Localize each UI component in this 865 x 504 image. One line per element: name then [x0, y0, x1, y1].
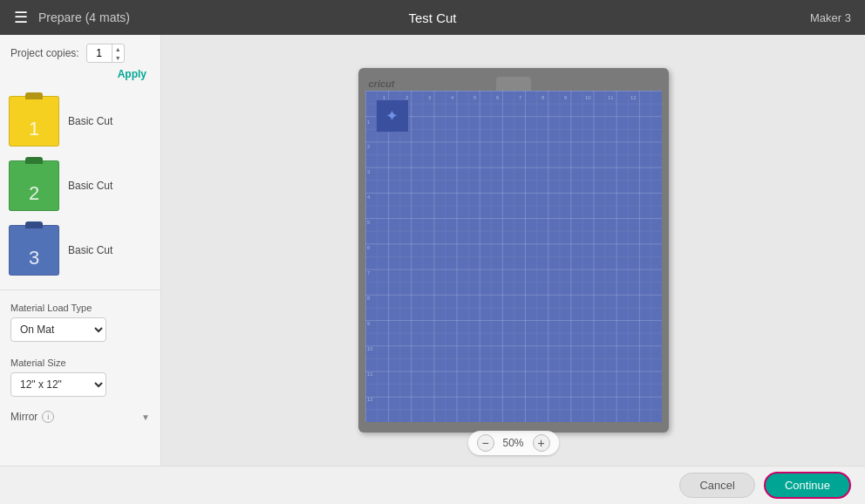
cricut-logo: cricut — [369, 78, 395, 89]
mirror-row: Mirror i ▼ — [0, 404, 160, 430]
material-size-label: Material Size — [10, 358, 150, 368]
header-device-label: Maker 3 — [810, 11, 851, 24]
header-center-title: Test Cut — [408, 10, 456, 25]
mat-label-1: Basic Cut — [68, 115, 112, 127]
design-icon: ✦ — [385, 106, 398, 126]
copies-decrement[interactable]: ▼ — [112, 53, 124, 62]
svg-text:10: 10 — [585, 95, 591, 100]
design-element[interactable]: ✦ — [376, 99, 409, 133]
mat-thumbnail-2: 2 — [9, 160, 59, 211]
cancel-button[interactable]: Cancel — [679, 473, 754, 498]
mat-thumb-tab-3 — [25, 221, 43, 228]
grid-svg: 1 2 3 4 5 6 7 8 9 10 11 12 1 2 — [365, 91, 662, 422]
material-load-select[interactable]: On Mat Without Mat — [10, 317, 106, 342]
material-size-section: Material Size 12" x 12" 12" x 24" — [0, 349, 160, 404]
zoom-controls: − 50% + — [468, 431, 559, 455]
material-load-label: Material Load Type — [10, 303, 150, 313]
mat-thumbnail-1: 1 — [9, 96, 59, 146]
mat-label-2: Basic Cut — [68, 180, 112, 192]
zoom-out-button[interactable]: − — [477, 434, 494, 452]
zoom-value: 50% — [498, 437, 529, 449]
mirror-label: Mirror — [10, 411, 37, 423]
apply-button[interactable]: Apply — [107, 66, 157, 85]
header-title: Prepare (4 mats) — [38, 10, 130, 24]
main-layout: Project copies: ▲ ▼ Apply 1 Basic Cut — [0, 35, 865, 466]
material-size-select[interactable]: 12" x 12" 12" x 24" — [10, 372, 106, 397]
mat-thumb-tab-1 — [25, 92, 43, 99]
svg-text:12: 12 — [367, 397, 373, 402]
mat-item-1[interactable]: 1 Basic Cut — [0, 89, 160, 153]
mat-label-3: Basic Cut — [68, 244, 112, 256]
svg-text:11: 11 — [608, 95, 614, 100]
mat-number-2: 2 — [29, 182, 39, 205]
copies-input-wrap: ▲ ▼ — [86, 44, 125, 63]
mat-grid-area: 1 2 3 4 5 6 7 8 9 10 11 12 1 2 — [365, 91, 662, 422]
canvas-area: cricut — [161, 35, 865, 466]
mat-item-3[interactable]: 3 Basic Cut — [0, 218, 160, 283]
mat-canvas-wrapper: cricut — [358, 68, 669, 432]
sidebar-divider — [0, 289, 160, 290]
info-icon-text: i — [47, 412, 49, 421]
zoom-in-button[interactable]: + — [533, 434, 550, 452]
footer: Cancel Continue — [0, 466, 865, 504]
mat-number-1: 1 — [29, 118, 39, 140]
mat-list: 1 Basic Cut 2 Basic Cut 3 Basic Cut — [0, 85, 160, 286]
sidebar: Project copies: ▲ ▼ Apply 1 Basic Cut — [0, 35, 161, 466]
project-copies-row: Project copies: ▲ ▼ — [0, 35, 160, 66]
continue-button[interactable]: Continue — [764, 472, 851, 499]
svg-text:11: 11 — [367, 371, 373, 377]
mirror-chevron-icon[interactable]: ▼ — [141, 412, 150, 422]
mat-thumb-tab-2 — [25, 157, 43, 164]
menu-icon[interactable]: ☰ — [14, 8, 28, 27]
svg-rect-1 — [365, 91, 662, 422]
svg-text:10: 10 — [367, 346, 373, 351]
copies-input[interactable] — [87, 47, 112, 59]
header: ☰ Prepare (4 mats) Test Cut Maker 3 — [0, 0, 865, 35]
svg-text:12: 12 — [630, 95, 637, 100]
mat-outer: cricut — [358, 68, 669, 432]
mat-item-2[interactable]: 2 Basic Cut — [0, 153, 160, 218]
mirror-info-icon[interactable]: i — [42, 411, 54, 423]
copies-spinners: ▲ ▼ — [112, 44, 124, 62]
mat-thumbnail-3: 3 — [9, 225, 59, 276]
mat-number-3: 3 — [29, 247, 39, 269]
material-load-section: Material Load Type On Mat Without Mat — [0, 294, 160, 349]
project-copies-label: Project copies: — [10, 47, 79, 59]
copies-increment[interactable]: ▲ — [112, 44, 124, 53]
